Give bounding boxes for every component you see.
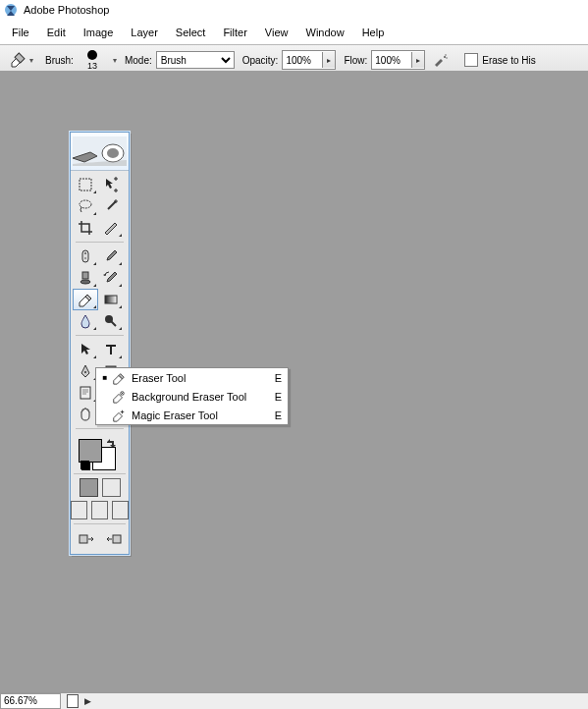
eraser-icon: [10, 52, 26, 68]
menu-bar: File Edit Image Layer Select Filter View…: [0, 21, 588, 44]
opacity-label: Opacity:: [242, 55, 279, 66]
opacity-flyout[interactable]: ▸: [322, 52, 335, 68]
crop-tool[interactable]: [73, 217, 98, 239]
app-title: Adobe Photoshop: [24, 0, 109, 20]
svg-point-12: [80, 280, 90, 284]
color-picker[interactable]: [79, 439, 116, 470]
erase-to-history-checkbox[interactable]: [464, 53, 478, 67]
move-tool[interactable]: [98, 174, 124, 195]
svg-rect-11: [82, 272, 88, 279]
svg-point-9: [80, 200, 91, 208]
menu-select[interactable]: Select: [168, 25, 214, 40]
type-tool[interactable]: [98, 339, 124, 360]
screen-standard-button[interactable]: [71, 501, 87, 519]
svg-point-2: [444, 56, 446, 58]
menu-window[interactable]: Window: [298, 25, 352, 40]
status-flyout-icon[interactable]: ▶: [84, 696, 91, 706]
svg-rect-17: [80, 387, 90, 399]
svg-rect-8: [80, 179, 91, 191]
menu-shortcut: E: [270, 372, 282, 384]
healing-brush-tool[interactable]: [73, 245, 98, 267]
airbrush-button[interactable]: [433, 52, 449, 68]
flow-label: Flow:: [344, 55, 367, 66]
eraser-tool[interactable]: [73, 289, 98, 310]
tool-preset-picker[interactable]: ▾: [6, 50, 37, 70]
magic-wand-tool[interactable]: [98, 195, 124, 217]
gradient-tool[interactable]: [98, 289, 124, 310]
jump-to-imageready-button[interactable]: [75, 528, 98, 550]
svg-point-4: [447, 57, 448, 58]
svg-rect-20: [113, 535, 121, 543]
menu-shortcut: E: [270, 409, 282, 421]
blur-tool[interactable]: [73, 310, 98, 332]
eraser-tool-flyout: ■ Eraser Tool E Background Eraser Tool E…: [95, 367, 289, 425]
svg-rect-19: [80, 535, 87, 543]
menu-item-bg-eraser[interactable]: Background Eraser Tool E: [96, 387, 288, 406]
standard-mode-button[interactable]: [80, 478, 98, 497]
toolbox-panel[interactable]: [70, 132, 130, 555]
chevron-down-icon[interactable]: ▾: [113, 56, 117, 65]
dodge-tool[interactable]: [98, 310, 124, 332]
menu-file[interactable]: File: [4, 25, 37, 40]
toolbox-header-image: [71, 133, 129, 171]
jump-to-browser-button[interactable]: [102, 528, 126, 550]
brush-size: 13: [87, 61, 97, 71]
chevron-down-icon: ▾: [29, 56, 33, 65]
menu-help[interactable]: Help: [354, 25, 393, 40]
svg-rect-13: [105, 296, 117, 303]
eraser-icon: [110, 371, 128, 385]
svg-point-7: [107, 148, 119, 158]
quickmask-mode-button[interactable]: [102, 478, 121, 497]
menu-item-magic-eraser[interactable]: Magic Eraser Tool E: [96, 406, 288, 424]
brush-preset-picker[interactable]: 13: [81, 50, 103, 71]
menu-shortcut: E: [270, 391, 282, 403]
slice-tool[interactable]: [98, 217, 124, 239]
menu-view[interactable]: View: [257, 25, 296, 40]
menu-item-eraser[interactable]: ■ Eraser Tool E: [96, 368, 288, 387]
zoom-input[interactable]: 66.67%: [0, 693, 61, 709]
magic-eraser-icon: [110, 409, 128, 422]
title-bar: Adobe Photoshop: [0, 0, 588, 21]
mode-select[interactable]: Brush: [156, 51, 235, 69]
marquee-tool[interactable]: [73, 174, 98, 195]
menu-label: Background Eraser Tool: [128, 391, 270, 403]
mode-label: Mode:: [125, 55, 152, 66]
menu-label: Magic Eraser Tool: [128, 409, 270, 421]
clone-stamp-tool[interactable]: [73, 267, 98, 289]
menu-image[interactable]: Image: [76, 25, 122, 40]
ps-app-icon: [4, 3, 18, 17]
menu-label: Eraser Tool: [128, 372, 270, 384]
document-info-icon[interactable]: [67, 694, 79, 708]
default-colors-icon[interactable]: [80, 461, 90, 470]
flow-flyout[interactable]: ▸: [411, 52, 424, 68]
history-brush-tool[interactable]: [98, 267, 124, 289]
svg-rect-10: [82, 250, 88, 262]
screen-full-button[interactable]: [112, 501, 129, 519]
erase-to-history-label: Erase to His: [482, 55, 535, 66]
menu-layer[interactable]: Layer: [123, 25, 166, 40]
flow-input[interactable]: [372, 52, 411, 68]
brush-tool[interactable]: [98, 245, 124, 267]
lasso-tool[interactable]: [73, 195, 98, 217]
brush-dot-icon: [87, 50, 97, 60]
bg-eraser-icon: [110, 390, 128, 404]
svg-point-15: [84, 371, 86, 373]
screen-fullmenu-button[interactable]: [91, 501, 108, 519]
status-bar: 66.67% ▶: [0, 692, 588, 709]
opacity-input[interactable]: [283, 52, 322, 68]
foreground-color-swatch[interactable]: [79, 439, 102, 463]
menu-edit[interactable]: Edit: [39, 25, 74, 40]
canvas-area[interactable]: ■ Eraser Tool E Background Eraser Tool E…: [0, 71, 588, 693]
selected-mark-icon: ■: [100, 373, 110, 382]
menu-filter[interactable]: Filter: [215, 25, 254, 40]
brush-label: Brush:: [45, 55, 74, 66]
path-selection-tool[interactable]: [73, 339, 98, 360]
svg-point-3: [446, 54, 447, 55]
